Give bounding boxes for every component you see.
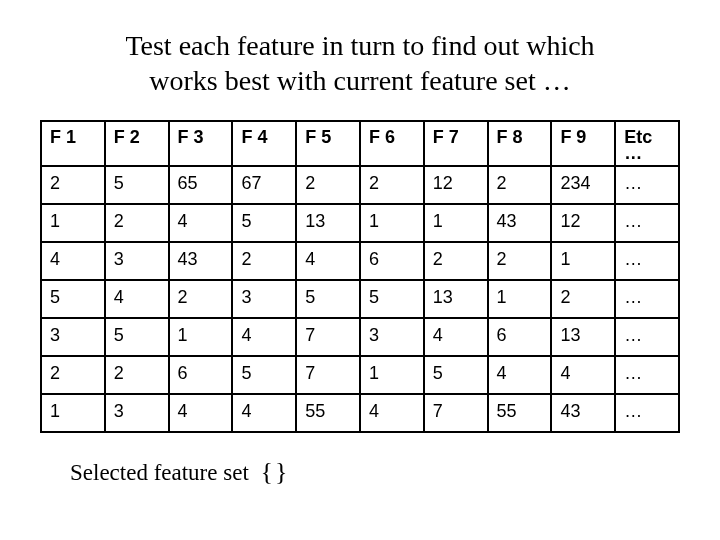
table-cell: 4	[169, 204, 233, 242]
table-cell: 55	[296, 394, 360, 432]
table-cell: 1	[169, 318, 233, 356]
table-cell: …	[615, 318, 679, 356]
column-header: Etc…	[615, 121, 679, 166]
table-cell: 13	[551, 318, 615, 356]
title-line-1: Test each feature in turn to find out wh…	[125, 30, 594, 61]
table-cell: 7	[424, 394, 488, 432]
table-cell: 4	[232, 394, 296, 432]
table-cell: 4	[424, 318, 488, 356]
table-cell: 4	[296, 242, 360, 280]
table-body: 25656722122234…124513114312…4343246221…5…	[41, 166, 679, 432]
table-cell: 2	[105, 356, 169, 394]
table-cell: 4	[232, 318, 296, 356]
table-cell: …	[615, 356, 679, 394]
table-row: 5423551312…	[41, 280, 679, 318]
table-cell: 13	[424, 280, 488, 318]
table-row: 3514734613…	[41, 318, 679, 356]
table-cell: 1	[488, 280, 552, 318]
table-cell: 3	[360, 318, 424, 356]
column-header: F 7	[424, 121, 488, 166]
table-cell: 2	[41, 356, 105, 394]
table-cell: 5	[105, 166, 169, 204]
table-cell: 12	[551, 204, 615, 242]
table-cell: 234	[551, 166, 615, 204]
table-cell: 3	[105, 242, 169, 280]
table-cell: 2	[488, 166, 552, 204]
table-cell: 6	[360, 242, 424, 280]
table-cell: 3	[41, 318, 105, 356]
table-cell: 43	[169, 242, 233, 280]
title-line-2: works best with current feature set …	[149, 65, 570, 96]
table-cell: 5	[105, 318, 169, 356]
column-header: F 2	[105, 121, 169, 166]
column-header: F 5	[296, 121, 360, 166]
footer-label: Selected feature set	[70, 460, 249, 485]
table-cell: 1	[360, 204, 424, 242]
table-cell: 4	[488, 356, 552, 394]
table-cell: 2	[169, 280, 233, 318]
table-cell: …	[615, 242, 679, 280]
table-cell: 4	[360, 394, 424, 432]
column-header: F 3	[169, 121, 233, 166]
header-etc-dots: …	[624, 148, 670, 159]
table-cell: 1	[41, 394, 105, 432]
table-row: 226571544…	[41, 356, 679, 394]
column-header: F 8	[488, 121, 552, 166]
table-cell: 55	[488, 394, 552, 432]
footer-braces: {}	[261, 457, 290, 486]
table-cell: 6	[169, 356, 233, 394]
table-cell: 2	[488, 242, 552, 280]
table-cell: 5	[41, 280, 105, 318]
table-row: 25656722122234…	[41, 166, 679, 204]
table-row: 124513114312…	[41, 204, 679, 242]
table-cell: 7	[296, 318, 360, 356]
table-cell: 6	[488, 318, 552, 356]
table-cell: 65	[169, 166, 233, 204]
table-cell: 2	[232, 242, 296, 280]
table-cell: 3	[105, 394, 169, 432]
table-header: F 1F 2F 3F 4F 5F 6F 7F 8F 9Etc…	[41, 121, 679, 166]
table-row: 134455475543…	[41, 394, 679, 432]
table-cell: 4	[551, 356, 615, 394]
table-cell: 2	[360, 166, 424, 204]
table-cell: 4	[41, 242, 105, 280]
table-cell: …	[615, 280, 679, 318]
table-cell: 7	[296, 356, 360, 394]
table-cell: …	[615, 204, 679, 242]
table-cell: 2	[41, 166, 105, 204]
table-row: 4343246221…	[41, 242, 679, 280]
feature-table: F 1F 2F 3F 4F 5F 6F 7F 8F 9Etc… 25656722…	[40, 120, 680, 433]
table-cell: 67	[232, 166, 296, 204]
table-cell: 2	[296, 166, 360, 204]
table-cell: 5	[232, 356, 296, 394]
table-cell: 5	[232, 204, 296, 242]
table-cell: 43	[488, 204, 552, 242]
table-cell: 3	[232, 280, 296, 318]
page-title: Test each feature in turn to find out wh…	[40, 28, 680, 98]
table-cell: …	[615, 166, 679, 204]
column-header: F 6	[360, 121, 424, 166]
column-header: F 9	[551, 121, 615, 166]
table-cell: 5	[424, 356, 488, 394]
table-cell: 1	[551, 242, 615, 280]
table-cell: 2	[551, 280, 615, 318]
table-cell: 5	[360, 280, 424, 318]
table-cell: 1	[41, 204, 105, 242]
column-header: F 4	[232, 121, 296, 166]
table-cell: 4	[169, 394, 233, 432]
table-cell: 4	[105, 280, 169, 318]
table-cell: …	[615, 394, 679, 432]
table-cell: 1	[424, 204, 488, 242]
table-cell: 12	[424, 166, 488, 204]
table-cell: 13	[296, 204, 360, 242]
selected-feature-set: Selected feature set {}	[70, 457, 680, 487]
table-cell: 43	[551, 394, 615, 432]
table-cell: 2	[424, 242, 488, 280]
table-cell: 1	[360, 356, 424, 394]
column-header: F 1	[41, 121, 105, 166]
table-cell: 2	[105, 204, 169, 242]
table-cell: 5	[296, 280, 360, 318]
